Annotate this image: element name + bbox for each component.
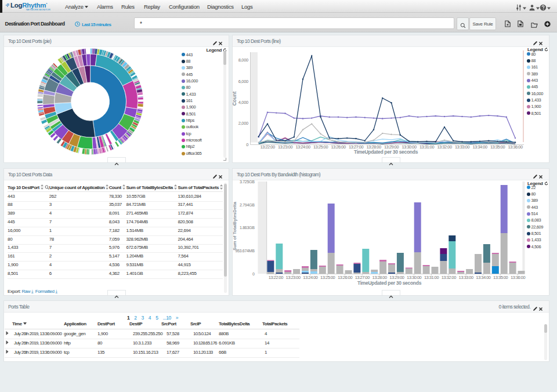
svg-text:TimeUpdated per 30 seconds: TimeUpdated per 30 seconds <box>357 280 422 286</box>
svg-text:3.725GB: 3.725GB <box>240 180 255 184</box>
svg-text:13:27:00: 13:27:00 <box>355 275 370 280</box>
svg-text:2,000: 2,000 <box>238 121 248 126</box>
svg-text:13:35:00: 13:35:00 <box>493 275 508 280</box>
svg-text:13:32:00: 13:32:00 <box>442 275 457 280</box>
svg-text:13:33:00: 13:33:00 <box>458 275 473 280</box>
svg-text:13:31:00: 13:31:00 <box>424 275 439 280</box>
svg-text:1.863GB: 1.863GB <box>240 226 255 230</box>
svg-text:8,000: 8,000 <box>238 57 248 63</box>
svg-text:Count: Count <box>233 92 237 106</box>
svg-text:13:22:00: 13:22:00 <box>269 275 284 280</box>
svg-text:953.674MB: 953.674MB <box>235 249 255 253</box>
svg-text:13:36:00: 13:36:00 <box>511 275 526 280</box>
svg-text:4,000: 4,000 <box>238 100 248 105</box>
svg-text:13:25:00: 13:25:00 <box>320 275 335 280</box>
svg-text:13:28:00: 13:28:00 <box>372 275 387 280</box>
svg-text:Sum of TotalBytesDelta: Sum of TotalBytesDelta <box>233 201 237 250</box>
svg-text:13:34:00: 13:34:00 <box>476 275 491 280</box>
svg-text:13:24:00: 13:24:00 <box>303 275 318 280</box>
svg-text:0: 0 <box>246 142 248 147</box>
svg-text:13:26:00: 13:26:00 <box>338 275 353 280</box>
svg-text:13:29:00: 13:29:00 <box>389 275 404 280</box>
svg-text:TimeUpdated per 30 seconds: TimeUpdated per 30 seconds <box>354 149 418 155</box>
svg-text:13:30:00: 13:30:00 <box>407 275 422 280</box>
svg-text:0: 0 <box>252 272 255 276</box>
svg-text:6,000: 6,000 <box>238 79 248 84</box>
svg-text:2.794GB: 2.794GB <box>240 203 255 207</box>
svg-text:13:23:00: 13:23:00 <box>285 275 301 280</box>
